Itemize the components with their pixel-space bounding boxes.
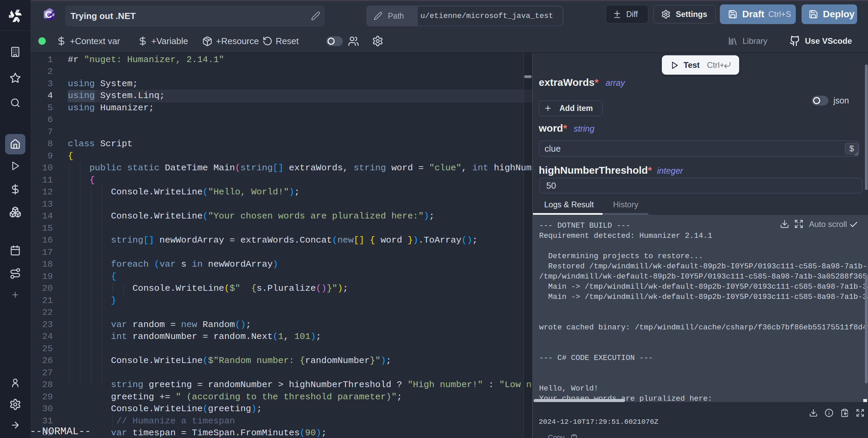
svg-text:C: C <box>45 9 52 20</box>
svg-text:#: # <box>52 12 55 17</box>
